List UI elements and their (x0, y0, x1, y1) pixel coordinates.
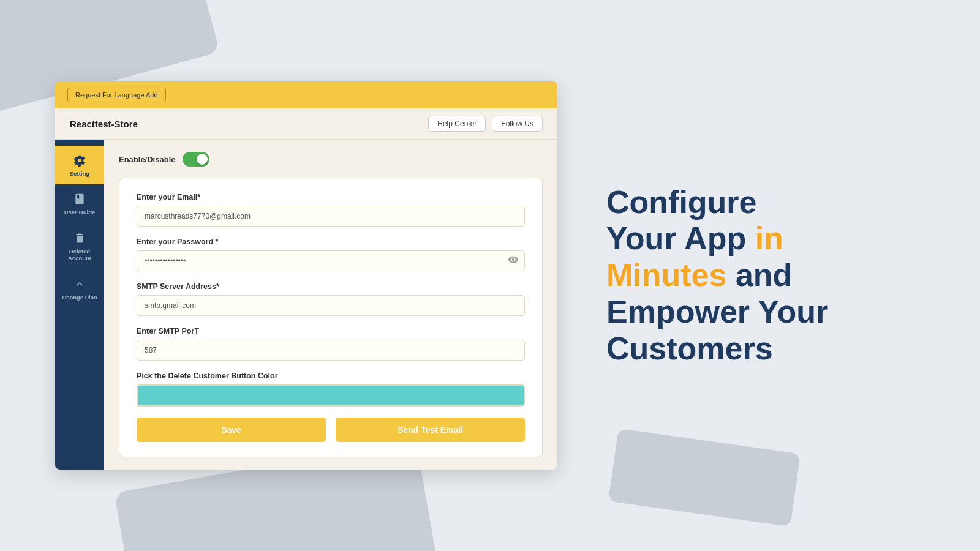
settings-form-card: Enter your Email* Enter your Password * (119, 178, 543, 457)
smtp-port-label: Enter SMTP PorT (137, 327, 525, 335)
sidebar: Setting User Guide Deleted Account (55, 140, 104, 470)
password-wrapper (137, 250, 525, 271)
show-password-icon[interactable] (508, 254, 519, 268)
app-header: Reacttest-Store Help Center Follow Us (55, 108, 557, 140)
color-picker-display[interactable] (137, 384, 525, 407)
smtp-address-input[interactable] (137, 295, 525, 316)
email-label: Enter your Email* (137, 193, 525, 201)
sidebar-item-deleted-account[interactable]: Deleted Account (55, 223, 104, 269)
smtp-address-label: SMTP Server Address* (137, 282, 525, 291)
action-buttons-row: Save Send Test Email (137, 418, 525, 442)
help-center-button[interactable]: Help Center (428, 116, 486, 132)
smtp-port-input[interactable] (137, 340, 525, 361)
color-picker-group: Pick the Delete Customer Button Color (137, 372, 525, 407)
store-name: Reacttest-Store (70, 119, 138, 129)
send-test-email-button[interactable]: Send Test Email (336, 418, 525, 442)
book-icon (72, 192, 87, 206)
enable-disable-toggle[interactable] (183, 152, 209, 167)
save-button[interactable]: Save (137, 418, 326, 442)
password-group: Enter your Password * (137, 238, 525, 271)
enable-disable-label: Enable/Disable (119, 155, 175, 164)
sidebar-change-plan-label: Change Plan (62, 294, 97, 301)
app-window: Request For Language Add Reacttest-Store… (55, 81, 557, 470)
email-group: Enter your Email* (137, 193, 525, 227)
gear-icon (72, 153, 87, 168)
content-area: Enable/Disable Enter your Email* Enter y… (104, 140, 557, 470)
promo-line3-highlight: Minutes (606, 257, 726, 293)
smtp-port-group: Enter SMTP PorT (137, 327, 525, 361)
promo-line1: Configure (606, 184, 757, 220)
promo-line2-highlight: in (755, 220, 783, 256)
promo-line2-normal: Your App (606, 220, 755, 256)
sidebar-item-change-plan[interactable]: Change Plan (55, 269, 104, 308)
promo-line3-normal: and (726, 257, 792, 293)
top-banner: Request For Language Add (55, 81, 557, 108)
promo-line5: Customers (606, 331, 773, 366)
email-input[interactable] (137, 206, 525, 227)
arrows-icon (72, 277, 87, 291)
password-label: Enter your Password * (137, 238, 525, 246)
sidebar-item-user-guide[interactable]: User Guide (55, 184, 104, 223)
request-language-button[interactable]: Request For Language Add (67, 88, 166, 102)
follow-us-button[interactable]: Follow Us (492, 116, 543, 132)
password-input[interactable] (137, 250, 525, 271)
smtp-address-group: SMTP Server Address* (137, 282, 525, 316)
bg-decoration-right (608, 429, 801, 527)
color-picker-label: Pick the Delete Customer Button Color (137, 372, 525, 380)
promo-heading: Configure Your App in Minutes and Empowe… (606, 184, 828, 367)
sidebar-item-setting[interactable]: Setting (55, 146, 104, 184)
promo-text-block: Configure Your App in Minutes and Empowe… (606, 184, 828, 367)
sidebar-user-guide-label: User Guide (64, 209, 96, 216)
main-body: Setting User Guide Deleted Account (55, 140, 557, 470)
promo-line4: Empower Your (606, 294, 828, 329)
enable-disable-row: Enable/Disable (119, 152, 543, 167)
header-actions: Help Center Follow Us (428, 116, 543, 132)
sidebar-deleted-label: Deleted Account (58, 248, 102, 262)
trash-icon (72, 231, 87, 246)
sidebar-setting-label: Setting (70, 170, 89, 177)
